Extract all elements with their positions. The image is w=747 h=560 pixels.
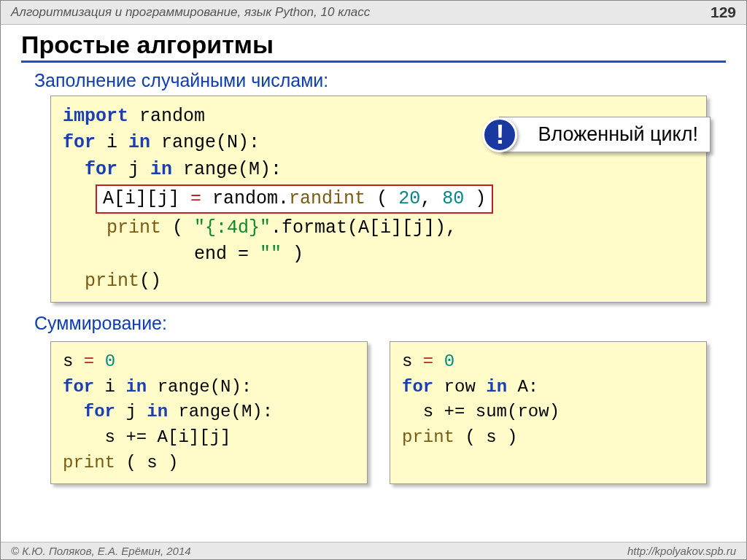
section-fill-label: Заполнение случайными числами: [34,70,726,91]
kw-import: import [63,106,128,127]
page-number: 129 [711,4,736,21]
footer-url: http://kpolyakov.spb.ru [627,545,736,557]
exclamation-icon: ! [482,117,517,152]
page-title: Простые алгоритмы [21,31,726,63]
copyright: © К.Ю. Поляков, Е.А. Ерёмин, 2014 [11,545,191,557]
section-sum-label: Суммирование: [34,313,726,334]
kw-for: for [85,159,117,180]
code-row: s = 0 for i in range(N): for j in range(… [50,338,707,487]
code-block-fill: import random for i in range(N): for j i… [50,96,707,303]
callout-nested-loop: ! Вложенный цикл! [499,117,711,152]
code-block-sum-rows: s = 0 for row in A: s += sum(row) print … [390,341,707,484]
slide-footer: © К.Ю. Поляков, Е.А. Ерёмин, 2014 http:/… [1,542,746,559]
slide-header: Алгоритмизация и программирование, язык … [1,1,746,25]
kw-for: for [63,132,96,153]
fn-print: print [85,271,139,292]
callout-text: Вложенный цикл! [538,123,698,145]
breadcrumb: Алгоритмизация и программирование, язык … [11,5,370,20]
code-block-sum-nested: s = 0 for i in range(N): for j in range(… [50,341,368,484]
highlighted-assignment: A[i][j] = random.randint ( 20, 80 ) [96,184,493,214]
slide-content: Простые алгоритмы Заполнение случайными … [1,25,746,487]
fn-print: print [107,217,161,238]
